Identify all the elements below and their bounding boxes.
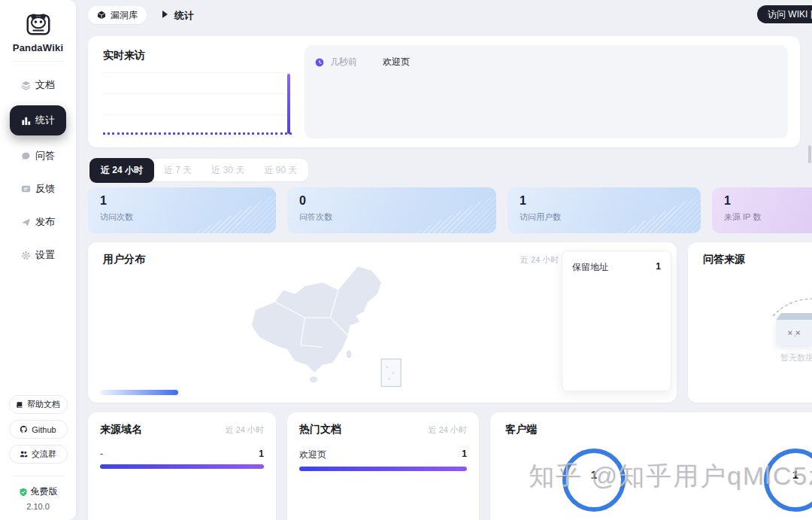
domain-row: - 1 [88,436,276,459]
stat-label: 访问次数 [100,211,264,223]
sidebar-divider [12,476,65,476]
realtime-zero-baseline [103,132,292,135]
stat-label: 访问用户数 [520,211,689,223]
tab-last-7d[interactable]: 近 7 天 [154,158,201,183]
doc-value: 1 [462,449,467,461]
donut-value: 1 [591,468,597,481]
region-label: 保留地址 [572,261,608,274]
china-map [235,253,434,394]
app-name: PandaWiki [13,42,63,53]
sidebar-item-label: 设置 [35,248,55,262]
cube-icon [97,11,106,20]
help-docs-link[interactable]: 帮助文档 [9,395,68,414]
shield-check-icon [19,488,28,497]
github-icon [20,425,28,433]
realtime-spike-bar [287,74,290,134]
time-range-tabs: 近 24 小时 近 7 天 近 30 天 近 90 天 [88,159,308,181]
event-page: 欢迎页 [383,56,410,68]
panda-logo-icon [24,9,53,38]
stat-card-visits: 1 访问次数 [88,187,276,233]
sidebar-item-label: 问答 [35,149,55,163]
source-domains-title: 来源域名 [100,423,142,436]
sidebar-item-docs[interactable]: 文档 [14,72,62,98]
stat-label: 来源 IP 数 [724,211,812,223]
doc-progress-bar [299,467,467,471]
sidebar-item-feedback[interactable]: 反馈 [14,176,62,202]
realtime-events-panel: 几秒前 欢迎页 [304,45,788,138]
sidebar-item-label: 文档 [35,78,55,92]
edition-badge: 免费版 [19,485,58,498]
user-distribution-title: 用户分布 [103,253,145,266]
tab-last-24h[interactable]: 近 24 小时 [89,158,154,183]
stat-value: 0 [299,194,484,208]
hot-docs-range: 近 24 小时 [429,424,467,436]
tab-last-90d[interactable]: 近 90 天 [254,158,307,183]
hot-docs-card: 热门文档 近 24 小时 欢迎页 1 [287,412,479,520]
client-donut-chart-2: 1 [764,449,812,512]
stat-value: 1 [724,194,812,208]
layers-icon [21,81,31,90]
visit-wiki-button[interactable]: 访问 WIKI 网站 [757,5,812,23]
clients-card: 客户端 1 1 [490,412,812,520]
map-gradient-legend [100,390,178,395]
region-value: 1 [656,261,661,274]
gear-icon [21,251,31,260]
help-docs-label: 帮助文档 [27,399,60,410]
breadcrumb-current-page: 统计 [174,9,194,23]
realtime-visits-card: 实时来访 几秒前 欢迎页 [88,36,800,147]
breadcrumb-arrow-icon [162,11,168,18]
source-domains-range: 近 24 小时 [226,424,264,436]
source-domains-card: 来源域名 近 24 小时 - 1 [88,412,276,520]
donut-value: 1 [792,468,798,481]
sidebar-item-settings[interactable]: 设置 [14,242,62,268]
community-label: 交流群 [32,449,56,460]
realtime-event-row[interactable]: 几秒前 欢迎页 [304,45,788,68]
sidebar-item-stats[interactable]: 统计 [10,105,66,135]
visit-wiki-label: 访问 WIKI 网站 [768,8,812,21]
tab-last-30d[interactable]: 近 30 天 [201,158,254,183]
sidebar-item-publish[interactable]: 发布 [14,209,62,235]
doc-row[interactable]: 欢迎页 1 [287,436,479,461]
version-label: 2.10.0 [26,502,50,511]
users-icon [20,450,28,458]
sidebar-item-label: 统计 [35,114,55,127]
hot-docs-title: 热门文档 [299,423,341,436]
stat-card-qa-count: 0 问答次数 [287,187,496,233]
community-link[interactable]: 交流群 [9,445,68,464]
chat-bubble-icon [21,151,31,161]
bar-chart-icon [21,116,31,126]
sidebar-item-qa[interactable]: 问答 [14,143,62,169]
sidebar-menu: 文档 统计 问答 反馈 发布 [0,72,76,268]
empty-state: ×.× 暂无数据 [752,287,812,363]
clock-icon [315,58,324,67]
github-link[interactable]: Github [9,420,68,439]
stat-card-users: 1 访问用户数 [508,187,701,233]
empty-state-text: 暂无数据 [752,352,812,363]
sidebar-footer: 帮助文档 Github 交流群 免费版 2.10.0 [0,395,76,520]
github-label: Github [32,425,56,434]
paper-plane-icon [21,217,31,227]
qa-source-card: 问答来源 ×.× 暂无数据 [688,242,812,403]
realtime-title: 实时来访 [103,49,145,62]
clients-title: 客户端 [505,423,537,436]
domain-value: 1 [259,449,264,459]
user-distribution-range: 近 24 小时 [520,254,559,266]
edition-label: 免费版 [31,485,58,498]
vertical-scrollbar-thumb[interactable] [808,145,811,163]
realtime-chart [103,72,292,137]
sidebar-item-label: 发布 [35,215,55,229]
stat-card-source-ips: 1 来源 IP 数 [712,187,812,233]
book-icon [16,401,23,409]
region-list-panel: 保留地址 1 [562,251,671,391]
message-square-icon [21,184,31,194]
event-time: 几秒前 [330,56,377,68]
domain-progress-bar [100,464,264,469]
sidebar: PandaWiki 文档 统计 问答 反馈 [0,0,76,520]
app-logo[interactable]: PandaWiki [13,9,63,53]
qa-source-title: 问答来源 [703,253,745,266]
breadcrumb-kb-selector[interactable]: 漏洞库 [88,6,147,24]
empty-box-illustration: ×.× [776,313,812,345]
stats-row: 1 访问次数 0 问答次数 1 访问用户数 1 来源 IP 数 [88,187,812,233]
domain-label: - [100,449,103,459]
breadcrumb-kb-name: 漏洞库 [111,9,138,22]
